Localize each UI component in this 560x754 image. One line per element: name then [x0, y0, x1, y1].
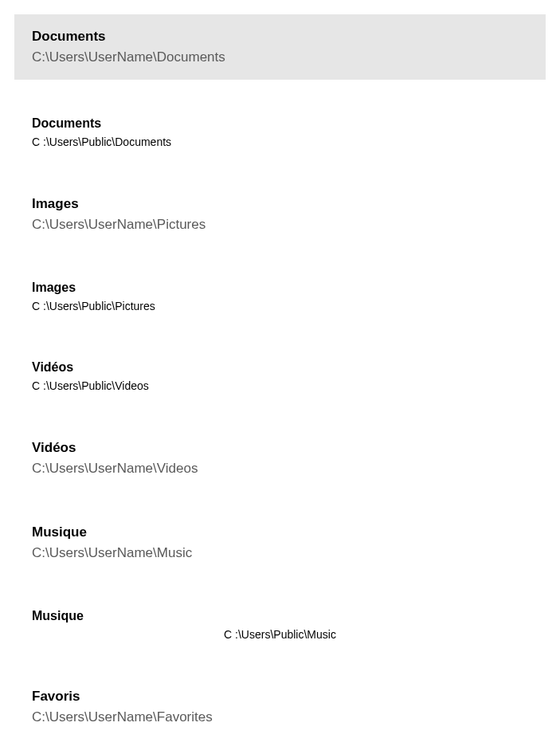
folder-title: Images [32, 196, 560, 212]
folder-title: Documents [32, 29, 546, 45]
folder-title: Vidéos [32, 360, 560, 375]
folder-title: Favoris [32, 689, 560, 705]
folder-path: C:\Users\UserName\Favorites [32, 709, 560, 725]
folder-path: C:\Users\UserName\Music [32, 545, 560, 561]
folder-path: C:\Users\UserName\Pictures [32, 217, 560, 233]
folder-path: C :\Users\Public\Music [32, 628, 560, 641]
folder-list: Documents C:\Users\UserName\Documents Do… [0, 0, 560, 740]
folder-item-videos-public[interactable]: Vidéos C :\Users\Public\Videos [0, 346, 560, 406]
folder-path: C:\Users\UserName\Documents [32, 49, 546, 65]
folder-item-documents-public[interactable]: Documents C :\Users\Public\Documents [0, 102, 560, 163]
folder-item-music-user[interactable]: Musique C:\Users\UserName\Music [0, 510, 560, 575]
folder-title: Images [32, 281, 560, 295]
folder-path: C :\Users\Public\Videos [32, 379, 560, 392]
folder-title: Vidéos [32, 440, 560, 456]
folder-item-music-public[interactable]: Musique C :\Users\Public\Music [0, 595, 560, 655]
folder-title: Documents [32, 116, 560, 131]
folder-item-images-user[interactable]: Images C:\Users\UserName\Pictures [0, 182, 560, 247]
folder-path: C :\Users\Public\Pictures [32, 300, 560, 312]
folder-path: C :\Users\Public\Documents [32, 135, 560, 148]
folder-item-documents-user[interactable]: Documents C:\Users\UserName\Documents [14, 14, 546, 80]
folder-item-videos-user[interactable]: Vidéos C:\Users\UserName\Videos [0, 426, 560, 491]
folder-path: C:\Users\UserName\Videos [32, 461, 560, 477]
folder-item-images-public[interactable]: Images C :\Users\Public\Pictures [0, 266, 560, 327]
folder-title: Musique [32, 524, 560, 540]
folder-title: Musique [32, 609, 560, 623]
folder-item-favorites-user[interactable]: Favoris C:\Users\UserName\Favorites [0, 674, 560, 740]
